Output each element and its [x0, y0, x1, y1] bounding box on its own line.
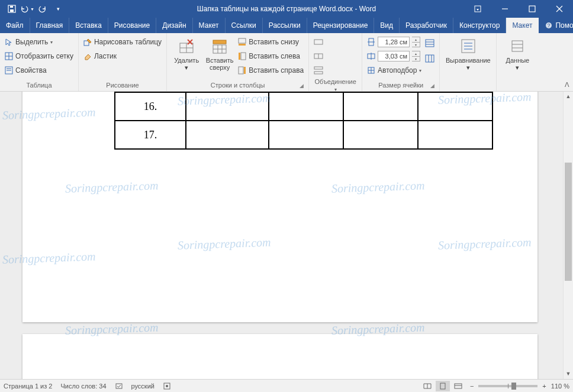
tab-review[interactable]: Рецензирование — [307, 18, 375, 33]
distribute-cols-icon — [425, 54, 434, 63]
row-height-field[interactable]: 1,28 см▴▾ — [367, 35, 421, 48]
page-indicator[interactable]: Страница 1 из 2 — [4, 383, 52, 390]
col-width-field[interactable]: 3,03 см▴▾ — [367, 50, 421, 63]
draw-table-button[interactable]: Нарисовать таблицу — [83, 35, 162, 48]
properties-button[interactable]: Свойства — [5, 64, 73, 77]
help-icon: ? — [545, 21, 553, 30]
svg-rect-38 — [314, 67, 323, 69]
alignment-icon — [461, 38, 476, 54]
svg-text:?: ? — [548, 22, 551, 28]
statusbar: Страница 1 из 2 Число слов: 34 русский −… — [0, 379, 573, 392]
tab-insert[interactable]: Вставка — [69, 18, 108, 33]
tab-developer[interactable]: Разработчик — [400, 18, 453, 33]
document-table-1[interactable]: 16. 17. — [114, 92, 493, 150]
spell-icon — [115, 382, 123, 390]
help-label: Помощ — [555, 21, 573, 30]
svg-rect-25 — [213, 40, 226, 44]
eraser-button[interactable]: Ластик — [83, 50, 162, 63]
scroll-up-arrow[interactable]: ▲ — [564, 92, 573, 102]
group-alignment-label — [445, 88, 491, 91]
redo-button[interactable] — [36, 2, 50, 16]
svg-rect-39 — [314, 72, 323, 74]
web-icon — [454, 383, 462, 390]
document-area: 16. 17. № п/п Исполнитель Задача Оценка … — [0, 92, 573, 379]
table-row: 17. — [115, 121, 492, 149]
group-rows-cols: Удалить▾ Вставить сверху Вставить снизу … — [167, 33, 309, 91]
tab-file[interactable]: Файл — [0, 18, 30, 33]
rows-cols-launcher[interactable]: ◢ — [300, 83, 304, 89]
language-indicator[interactable]: русский — [131, 383, 154, 390]
save-button[interactable] — [5, 2, 19, 16]
spell-check-button[interactable] — [115, 382, 123, 390]
minimize-icon — [501, 5, 508, 12]
ribbon: Выделить▾ Отобразить сетку Свойства Табл… — [0, 33, 573, 92]
ribbon-options-icon — [474, 5, 482, 13]
collapse-ribbon-button[interactable]: ᐱ — [565, 81, 569, 89]
zoom-in-button[interactable]: + — [542, 383, 546, 390]
titlebar: ▼ ▾ Шапка таблицы на каждой странице Wor… — [0, 0, 573, 18]
ribbon-options-button[interactable] — [464, 0, 491, 18]
undo-button[interactable]: ▼ — [20, 2, 34, 16]
svg-rect-31 — [241, 53, 246, 60]
scroll-thumb[interactable] — [565, 163, 572, 281]
zoom-level[interactable]: 110 % — [551, 383, 569, 390]
minimize-button[interactable] — [491, 0, 519, 18]
select-button[interactable]: Выделить▾ — [5, 35, 73, 48]
tab-table-layout[interactable]: Макет — [506, 18, 539, 33]
distribute-cols-button[interactable] — [425, 52, 434, 65]
maximize-button[interactable] — [519, 0, 546, 18]
tab-view[interactable]: Вид — [374, 18, 400, 33]
split-icon — [314, 52, 323, 60]
tab-mailings[interactable]: Рассылки — [263, 18, 307, 33]
qat-customize[interactable]: ▾ — [51, 2, 65, 16]
scroll-down-arrow[interactable]: ▼ — [564, 369, 573, 379]
zoom-out-button[interactable]: − — [470, 383, 474, 390]
group-draw-label: Рисование — [83, 80, 162, 91]
help-area[interactable]: ? Помощ — [541, 18, 573, 33]
cell-size-launcher[interactable]: ◢ — [430, 83, 434, 89]
delete-button[interactable]: Удалить▾ — [172, 35, 201, 80]
gridlines-button[interactable]: Отобразить сетку — [5, 50, 73, 63]
svg-rect-47 — [426, 40, 434, 47]
tab-draw[interactable]: Рисование — [108, 18, 156, 33]
distribute-rows-button[interactable] — [425, 37, 434, 50]
insert-right-button[interactable]: Вставить справа — [238, 64, 304, 77]
insert-above-button[interactable]: Вставить сверху — [205, 35, 234, 80]
svg-rect-60 — [116, 384, 122, 388]
insert-below-button[interactable]: Вставить снизу — [238, 35, 304, 48]
tab-references[interactable]: Ссылки — [226, 18, 263, 33]
group-cell-size: 1,28 см▴▾ 3,03 см▴▾ Автоподбор▾ Размер я… — [362, 33, 440, 91]
tab-layout[interactable]: Макет — [193, 18, 226, 33]
merge-icon — [314, 38, 323, 46]
zoom-slider[interactable] — [478, 385, 537, 387]
ribbon-tabs: Файл Главная Вставка Рисование Дизайн Ма… — [0, 18, 573, 33]
merge-cells-button[interactable] — [314, 35, 323, 48]
height-icon — [367, 38, 375, 46]
properties-icon — [5, 66, 13, 74]
pencil-table-icon — [83, 38, 92, 46]
print-layout-button[interactable] — [436, 381, 450, 391]
tab-home[interactable]: Главная — [30, 18, 70, 33]
tab-design[interactable]: Дизайн — [156, 18, 192, 33]
svg-point-62 — [166, 385, 168, 387]
read-mode-button[interactable] — [420, 381, 434, 391]
split-table-button[interactable] — [314, 64, 323, 77]
autofit-button[interactable]: Автоподбор▾ — [367, 64, 421, 77]
macro-button[interactable] — [163, 382, 171, 390]
save-icon — [8, 5, 16, 13]
vertical-scrollbar[interactable]: ▲ ▼ — [563, 92, 573, 379]
insert-left-icon — [238, 52, 246, 60]
redo-icon — [38, 5, 47, 13]
svg-rect-5 — [529, 6, 535, 12]
close-button[interactable] — [546, 0, 573, 18]
web-layout-button[interactable] — [451, 381, 465, 391]
split-cells-button[interactable] — [314, 50, 323, 63]
close-icon — [556, 5, 563, 12]
quick-access-toolbar: ▼ ▾ — [0, 2, 65, 16]
group-merge: Объединение ▾ — [309, 33, 362, 91]
insert-left-button[interactable]: Вставить слева — [238, 50, 304, 63]
word-count[interactable]: Число слов: 34 — [60, 383, 106, 390]
page-icon — [439, 383, 447, 390]
svg-rect-33 — [239, 67, 243, 74]
tab-table-design[interactable]: Конструктор — [453, 18, 506, 33]
